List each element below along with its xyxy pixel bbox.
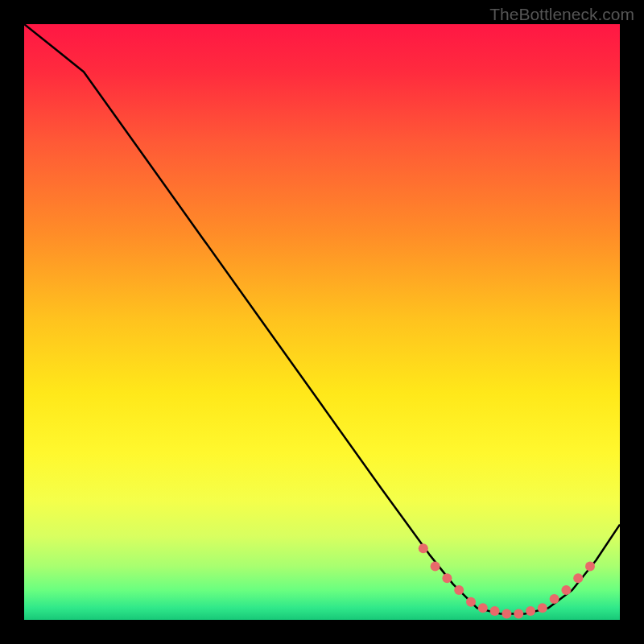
marker-point	[490, 606, 500, 616]
marker-point	[561, 585, 571, 595]
chart-container: TheBottleneck.com	[0, 0, 644, 644]
marker-point	[431, 561, 440, 571]
marker-point	[419, 543, 428, 553]
marker-point	[526, 606, 535, 616]
marker-point	[573, 573, 583, 583]
marker-point	[478, 603, 488, 613]
marker-point	[514, 609, 523, 619]
marker-point	[442, 573, 452, 583]
marker-point	[466, 597, 476, 607]
marker-point	[454, 585, 464, 595]
bottleneck-chart	[24, 24, 620, 620]
marker-point	[550, 594, 559, 604]
watermark-text: TheBottleneck.com	[489, 5, 634, 24]
marker-point	[538, 603, 547, 613]
marker-point	[502, 609, 511, 619]
plot-area	[24, 24, 620, 620]
marker-point	[585, 561, 595, 571]
